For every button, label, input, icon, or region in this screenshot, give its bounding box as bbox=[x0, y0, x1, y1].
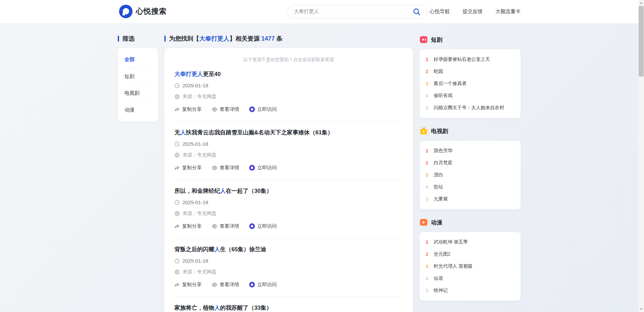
clock-icon bbox=[174, 200, 180, 205]
result-date-row: 2025-01-18 bbox=[174, 141, 403, 147]
rank-title: 最后一个修真者 bbox=[434, 81, 467, 87]
rank-number: 1 bbox=[426, 57, 434, 62]
ranking-item[interactable]: 2沧元图2 bbox=[426, 248, 515, 260]
rank-title: 蛇园 bbox=[434, 69, 443, 75]
eye-icon bbox=[212, 282, 217, 287]
ranking-item[interactable]: 1武动乾坤 第五季 bbox=[426, 236, 515, 248]
result-source: 来源：夸克网盘 bbox=[182, 152, 217, 158]
result-title-link[interactable]: 无人扶我青云志我自踏雪至山巅&名动天下之家事难休（61集） bbox=[174, 129, 403, 136]
visit-now-button[interactable]: 立即访问 bbox=[249, 281, 277, 288]
rank-number: 3 bbox=[426, 264, 434, 269]
rank-title: 牧神记 bbox=[434, 287, 448, 294]
share-icon bbox=[174, 224, 180, 229]
share-icon bbox=[174, 107, 180, 112]
result-title-link[interactable]: 大奉打更人更至40 bbox=[174, 71, 403, 78]
rank-title: 武动乾坤 第五季 bbox=[434, 239, 468, 245]
ranking-item[interactable]: 2白月梵星 bbox=[426, 157, 515, 169]
filter-item-动漫[interactable]: 动漫 bbox=[124, 102, 151, 118]
ranking-item[interactable]: 4驻站 bbox=[426, 181, 515, 193]
ranking-item[interactable]: 5牧神记 bbox=[426, 284, 515, 297]
result-title-link[interactable]: 家族将亡，植物人的我苏醒了（33集） bbox=[174, 305, 403, 311]
rank-number: 5 bbox=[426, 196, 434, 202]
result-date: 2025-01-18 bbox=[182, 83, 208, 88]
results-keyword: 大奉打更人 bbox=[199, 35, 229, 42]
result-date: 2025-01-18 bbox=[182, 141, 208, 147]
ranking-item[interactable]: 5闪婚京圈太子爷：夫人她来自农村 bbox=[426, 102, 515, 114]
ranking-item[interactable]: 4仙逆 bbox=[426, 272, 515, 284]
visit-now-button[interactable]: 立即访问 bbox=[249, 223, 277, 229]
search-icon bbox=[413, 8, 421, 16]
result-item: 无人扶我青云志我自踏雪至山巅&名动天下之家事难休（61集） 2025-01-18… bbox=[174, 121, 403, 179]
result-item: 大奉打更人更至40 2025-01-18 来源：夸克网盘 bbox=[174, 63, 403, 121]
ranking-header: 电视剧 bbox=[420, 127, 521, 135]
scrollbar[interactable]: ▲ ▼ bbox=[638, 0, 644, 312]
clock-icon bbox=[174, 141, 180, 147]
view-detail-button[interactable]: 查看详情 bbox=[212, 106, 239, 113]
anime-icon bbox=[420, 218, 428, 226]
result-title-link[interactable]: 所以，和金牌经纪人在一起了（30集） bbox=[174, 188, 403, 194]
view-detail-button[interactable]: 查看详情 bbox=[212, 223, 239, 229]
nav-link-feedback[interactable]: 提交反馈 bbox=[463, 8, 483, 15]
rank-number: 4 bbox=[426, 184, 434, 190]
rank-number: 2 bbox=[426, 69, 434, 74]
copy-share-button[interactable]: 复制分享 bbox=[174, 281, 202, 288]
results-title-row: 为您找到【大奉打更人】相关资源 1477 条 bbox=[164, 35, 413, 42]
rank-title: 偷听有戏 bbox=[434, 93, 452, 99]
visit-now-button[interactable]: 立即访问 bbox=[249, 165, 277, 171]
ranking-item[interactable]: 3时光代理人 英都篇 bbox=[426, 260, 515, 272]
top-header: 心悦搜索 心悦导航 提交反馈 大额流量卡 bbox=[0, 0, 644, 23]
result-source-row: 来源：夸克网盘 bbox=[174, 93, 403, 100]
refresh-resources-hint[interactable]: 以下资源不是你想要的？点击尝试获取新资源 bbox=[174, 57, 403, 63]
results-list: 大奉打更人更至40 2025-01-18 来源：夸克网盘 bbox=[174, 63, 403, 312]
brand[interactable]: 心悦搜索 bbox=[119, 5, 167, 18]
scrollbar-up-arrow-icon[interactable]: ▲ bbox=[638, 0, 644, 6]
rank-title: 国色芳华 bbox=[434, 148, 452, 154]
eye-icon bbox=[212, 165, 217, 171]
ranking-item[interactable]: 5九重紫 bbox=[426, 193, 515, 205]
visit-donut-icon bbox=[249, 165, 255, 171]
search-button[interactable] bbox=[412, 7, 421, 16]
filter-item-电视剧[interactable]: 电视剧 bbox=[124, 85, 151, 102]
ranking-section: 动漫 1武动乾坤 第五季2沧元图23时光代理人 英都篇4仙逆5牧神记 bbox=[420, 218, 521, 301]
rank-number: 5 bbox=[426, 288, 434, 293]
ranking-card: 1好孕甜妻被钻石老公宠上天2蛇园3最后一个修真者4偷听有戏5闪婚京圈太子爷：夫人… bbox=[420, 49, 521, 118]
nav-link-navigation[interactable]: 心悦导航 bbox=[430, 8, 450, 15]
ranking-header: 动漫 bbox=[420, 218, 521, 227]
filter-item-全部[interactable]: 全部 bbox=[124, 51, 151, 68]
ranking-item[interactable]: 2蛇园 bbox=[426, 65, 515, 78]
ranking-title: 电视剧 bbox=[431, 127, 448, 135]
results-card: 以下资源不是你想要的？点击尝试获取新资源 大奉打更人更至40 2025-01-1… bbox=[164, 48, 413, 312]
copy-share-button[interactable]: 复制分享 bbox=[174, 165, 202, 171]
nav-link-data-card[interactable]: 大额流量卡 bbox=[495, 8, 521, 15]
view-detail-button[interactable]: 查看详情 bbox=[212, 165, 239, 171]
filter-item-短剧[interactable]: 短剧 bbox=[124, 68, 151, 85]
search-input[interactable] bbox=[294, 9, 412, 14]
ranking-card: 1国色芳华2白月梵星3漂白4驻站5九重紫 bbox=[420, 141, 521, 209]
ranking-item[interactable]: 1国色芳华 bbox=[426, 145, 515, 157]
scrollbar-down-arrow-icon[interactable]: ▼ bbox=[638, 306, 644, 312]
short-drama-icon bbox=[420, 36, 428, 44]
clock-icon bbox=[174, 258, 180, 264]
result-source-row: 来源：夸克网盘 bbox=[174, 269, 403, 275]
rankings-column: 短剧 1好孕甜妻被钻石老公宠上天2蛇园3最后一个修真者4偷听有戏5闪婚京圈太子爷… bbox=[420, 35, 521, 312]
scrollbar-thumb[interactable] bbox=[639, 6, 644, 77]
rank-title: 好孕甜妻被钻石老公宠上天 bbox=[434, 56, 490, 62]
results-count: 1477 bbox=[261, 35, 275, 42]
visit-now-button[interactable]: 立即访问 bbox=[249, 106, 277, 113]
search-bar bbox=[287, 4, 427, 19]
result-date-row: 2025-01-18 bbox=[174, 199, 403, 205]
ranking-item[interactable]: 1好孕甜妻被钻石老公宠上天 bbox=[426, 53, 515, 65]
eye-icon bbox=[212, 107, 217, 112]
result-actions: 复制分享 查看详情 立即访问 bbox=[174, 281, 403, 296]
ranking-item[interactable]: 3最后一个修真者 bbox=[426, 78, 515, 90]
result-title-link[interactable]: 背叛之后的闪耀人生（65集）徐兰迪 bbox=[174, 246, 403, 253]
ranking-item[interactable]: 4偷听有戏 bbox=[426, 90, 515, 102]
copy-share-button[interactable]: 复制分享 bbox=[174, 223, 202, 229]
rank-number: 3 bbox=[426, 81, 434, 86]
results-column: 为您找到【大奉打更人】相关资源 1477 条 以下资源不是你想要的？点击尝试获取… bbox=[164, 35, 413, 312]
view-detail-button[interactable]: 查看详情 bbox=[212, 281, 239, 288]
copy-share-button[interactable]: 复制分享 bbox=[174, 106, 202, 113]
brand-name: 心悦搜索 bbox=[136, 6, 167, 16]
visit-donut-icon bbox=[249, 106, 255, 112]
ranking-item[interactable]: 3漂白 bbox=[426, 169, 515, 181]
